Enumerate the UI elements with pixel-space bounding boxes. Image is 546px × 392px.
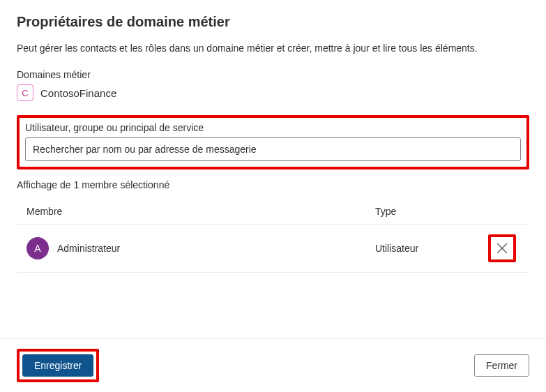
avatar: A <box>26 237 49 259</box>
search-input[interactable] <box>25 137 521 161</box>
selected-count-label: Affichage de 1 membre sélectionné <box>17 179 529 190</box>
table-row: A Administrateur Utilisateur <box>17 225 529 273</box>
member-name: Administrateur <box>57 243 120 254</box>
member-type: Utilisateur <box>375 243 418 254</box>
save-button[interactable]: Enregistrer <box>22 354 93 377</box>
close-button[interactable]: Fermer <box>474 354 529 377</box>
remove-member-button[interactable] <box>493 239 511 257</box>
search-section-highlight: Utilisateur, groupe ou principal de serv… <box>17 115 529 169</box>
page-description: Peut gérer les contacts et les rôles dan… <box>17 43 529 54</box>
close-icon <box>496 242 508 255</box>
column-header-type[interactable]: Type <box>375 206 485 217</box>
dialog-footer: Enregistrer Fermer <box>0 338 546 392</box>
domain-badge: C <box>17 84 33 101</box>
domain-name: ContosoFinance <box>40 87 116 99</box>
table-header: Membre Type <box>17 202 529 225</box>
members-table: Membre Type A Administrateur Utilisateur <box>17 202 529 273</box>
remove-button-highlight <box>488 234 516 262</box>
search-label: Utilisateur, groupe ou principal de serv… <box>25 122 521 133</box>
domain-row: C ContosoFinance <box>17 84 529 101</box>
page-title: Propriétaires de domaine métier <box>17 14 529 30</box>
column-header-member[interactable]: Membre <box>26 206 375 217</box>
save-button-highlight: Enregistrer <box>17 349 99 382</box>
domains-label: Domaines métier <box>17 69 529 80</box>
